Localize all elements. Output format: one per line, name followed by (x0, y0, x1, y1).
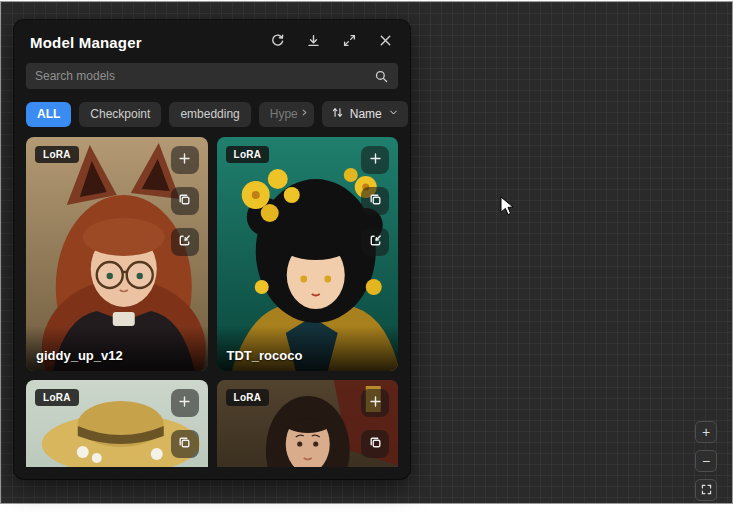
plus-icon (177, 151, 192, 169)
import-icon (177, 233, 192, 251)
card-actions (361, 389, 389, 458)
filter-all[interactable]: ALL (26, 102, 71, 127)
filter-bar: ALL Checkpoint embedding Hype Name (26, 101, 398, 127)
panel-title: Model Manager (30, 34, 250, 51)
refresh-button[interactable] (268, 33, 286, 51)
expand-button[interactable] (340, 33, 358, 51)
close-button[interactable] (376, 33, 394, 51)
canvas-zoom-toolbar: + − (695, 421, 717, 501)
model-card[interactable]: LoRA (26, 380, 208, 467)
expand-icon (342, 33, 357, 51)
model-type-badge: LoRA (226, 389, 270, 406)
search-bar (26, 63, 398, 89)
close-icon (378, 33, 393, 51)
add-model-button[interactable] (171, 146, 199, 174)
load-model-button[interactable] (171, 228, 199, 256)
node-editor-canvas[interactable]: Model Manager (1, 2, 732, 503)
card-actions (171, 389, 199, 458)
add-model-button[interactable] (361, 389, 389, 417)
zoom-out-button[interactable]: − (695, 450, 717, 472)
download-button[interactable] (304, 33, 322, 51)
sort-icon (331, 106, 344, 122)
filter-label: Hype (270, 107, 298, 121)
add-model-button[interactable] (171, 389, 199, 417)
fit-view-icon (700, 483, 713, 498)
add-model-button[interactable] (361, 146, 389, 174)
model-type-badge: LoRA (35, 389, 79, 406)
plus-icon (368, 151, 383, 169)
sort-dropdown[interactable]: Name (322, 101, 408, 127)
filter-embedding[interactable]: embedding (169, 102, 250, 127)
copy-icon (368, 192, 383, 210)
copy-model-button[interactable] (171, 430, 199, 458)
model-type-badge: LoRA (226, 146, 270, 163)
model-manager-panel: Model Manager (14, 20, 410, 479)
model-card[interactable]: LoRA (217, 137, 399, 371)
model-type-badge: LoRA (35, 146, 79, 163)
search-icon (374, 69, 389, 84)
model-card[interactable]: LoRA (217, 380, 399, 467)
panel-header: Model Manager (14, 20, 410, 60)
plus-icon (368, 394, 383, 412)
search-input[interactable] (35, 69, 374, 83)
chevron-down-icon (388, 107, 399, 121)
model-name: TDT_rococo (217, 326, 399, 371)
copy-model-button[interactable] (361, 187, 389, 215)
download-icon (306, 33, 321, 51)
load-model-button[interactable] (361, 228, 389, 256)
card-actions (361, 146, 389, 256)
filter-checkpoint[interactable]: Checkpoint (79, 102, 161, 127)
model-card-grid: LoRA (26, 137, 398, 467)
model-card[interactable]: LoRA (26, 137, 208, 371)
zoom-in-button[interactable]: + (695, 421, 717, 443)
copy-model-button[interactable] (361, 430, 389, 458)
copy-icon (177, 435, 192, 453)
refresh-icon (270, 33, 285, 51)
fit-view-button[interactable] (695, 479, 717, 501)
import-icon (368, 233, 383, 251)
filter-hypernetwork-truncated[interactable]: Hype (259, 102, 314, 127)
copy-icon (177, 192, 192, 210)
plus-icon (177, 394, 192, 412)
sort-label: Name (350, 107, 382, 121)
copy-icon (368, 435, 383, 453)
model-name: giddy_up_v12 (26, 326, 208, 371)
copy-model-button[interactable] (171, 187, 199, 215)
chevron-right-icon (298, 107, 310, 121)
card-actions (171, 146, 199, 256)
